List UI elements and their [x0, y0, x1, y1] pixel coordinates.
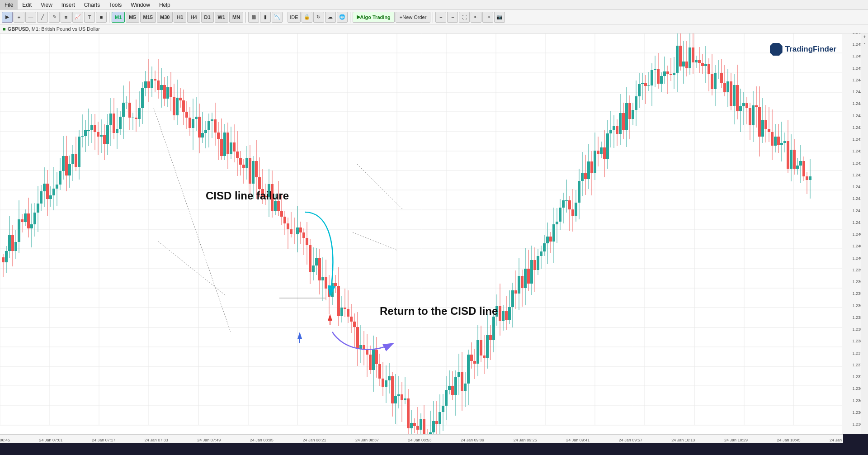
time-label: 24 Jan 08:53 [408, 438, 432, 442]
tf-mn[interactable]: MN [229, 12, 243, 23]
sep3 [285, 12, 285, 23]
menu-file[interactable]: File [0, 0, 18, 10]
sep1 [109, 12, 109, 23]
time-label: 24 Jan 07:49 [197, 438, 221, 442]
new-order-btn[interactable]: + New Order [396, 12, 431, 23]
chart-type-line[interactable]: 📉 [272, 12, 283, 23]
tf-w1[interactable]: W1 [215, 12, 229, 23]
time-label: 24 Jan 11:01 [830, 438, 843, 442]
time-label: 24 Jan 08:05 [250, 438, 274, 442]
chart-type-candle[interactable]: ▮ [260, 12, 271, 23]
tf-d1[interactable]: D1 [201, 12, 214, 23]
lock-btn[interactable]: 🔒 [302, 12, 312, 23]
scroll-back-btn[interactable]: ⇤ [471, 12, 481, 23]
time-axis: 24 Jan 06:4524 Jan 07:0124 Jan 07:1724 J… [0, 434, 843, 443]
pencil-tool[interactable]: ✎ [49, 12, 60, 23]
parallel-line-tool[interactable]: ≡ [61, 12, 71, 23]
logo-area: TradingFinder [746, 38, 836, 61]
cloud-btn[interactable]: ☁ [325, 12, 336, 23]
time-label: 24 Jan 09:41 [566, 438, 590, 442]
chart-container: CISD line failure Return to the CISD lin… [0, 33, 868, 443]
symbol-bar: ■ GBPUSD, M1: British Pound vs US Dollar [0, 24, 868, 33]
sidebar-btn-1[interactable]: + [863, 34, 866, 39]
time-label: 24 Jan 10:29 [724, 438, 748, 442]
symbol-bar-icon: ■ [3, 26, 6, 32]
sep2 [245, 12, 246, 23]
algo-trading-btn[interactable]: ▶ Algo Trading [353, 12, 395, 23]
sidebar-btn-2[interactable]: - [864, 41, 865, 46]
zoom-out-btn[interactable]: − [447, 12, 458, 23]
tf-m30[interactable]: M30 [157, 12, 173, 23]
shapes-tool[interactable]: ■ [96, 12, 107, 23]
tf-h1[interactable]: H1 [174, 12, 186, 23]
time-label: 24 Jan 07:17 [92, 438, 115, 442]
cursor-tool[interactable]: ▶ [2, 12, 13, 23]
time-label: 24 Jan 09:09 [461, 438, 484, 442]
time-label: 24 Jan 09:57 [619, 438, 642, 442]
ide-btn[interactable]: IDE [288, 12, 300, 23]
tf-h4[interactable]: H4 [187, 12, 200, 23]
menu-help[interactable]: Help [155, 0, 175, 10]
time-label: 24 Jan 07:01 [39, 438, 63, 442]
trend-line-tool[interactable]: ╱ [37, 12, 48, 23]
menu-tools[interactable]: Tools [104, 0, 126, 10]
globe-btn[interactable]: 🌐 [337, 12, 348, 23]
fib-tool[interactable]: 📈 [72, 12, 83, 23]
menu-insert[interactable]: Insert [57, 0, 80, 10]
crosshair-tool[interactable]: + [14, 12, 24, 23]
chart-canvas[interactable] [0, 33, 843, 434]
tf-logo-icon [770, 43, 783, 56]
tf-m15[interactable]: M15 [140, 12, 156, 23]
time-label: 24 Jan 07:33 [145, 438, 168, 442]
screenshot-btn[interactable]: 📷 [494, 12, 505, 23]
zoom-fit-btn[interactable]: ⛶ [459, 12, 470, 23]
line-tool[interactable]: — [25, 12, 36, 23]
time-label: 24 Jan 09:25 [514, 438, 537, 442]
menu-bar: File Edit View Insert Charts Tools Windo… [0, 0, 868, 10]
scroll-fwd-btn[interactable]: ⇥ [482, 12, 493, 23]
time-label: 24 Jan 06:45 [0, 438, 10, 442]
menu-charts[interactable]: Charts [80, 0, 104, 10]
tf-m5[interactable]: M5 [126, 12, 139, 23]
zoom-in-btn[interactable]: + [435, 12, 446, 23]
chart-type-bar[interactable]: ▩ [248, 12, 259, 23]
menu-view[interactable]: View [36, 0, 57, 10]
sep4 [350, 12, 350, 23]
history-btn[interactable]: ↻ [313, 12, 324, 23]
menu-edit[interactable]: Edit [18, 0, 36, 10]
sep5 [433, 12, 433, 23]
menu-window[interactable]: Window [126, 0, 155, 10]
symbol-bar-text: GBPUSD, M1: British Pound vs US Dollar [8, 26, 100, 32]
toolbar: ▶ + — ╱ ✎ ≡ 📈 T ■ M1 M5 M15 M30 H1 H4 D1… [0, 10, 868, 24]
tf-m1[interactable]: M1 [112, 12, 125, 23]
time-label: 24 Jan 10:13 [671, 438, 695, 442]
time-label: 24 Jan 08:37 [355, 438, 379, 442]
right-sidebar: + - [861, 33, 868, 434]
time-label: 24 Jan 10:45 [777, 438, 800, 442]
time-label: 24 Jan 08:21 [302, 438, 326, 442]
logo-text: TradingFinder [785, 45, 836, 54]
text-tool[interactable]: T [84, 12, 95, 23]
